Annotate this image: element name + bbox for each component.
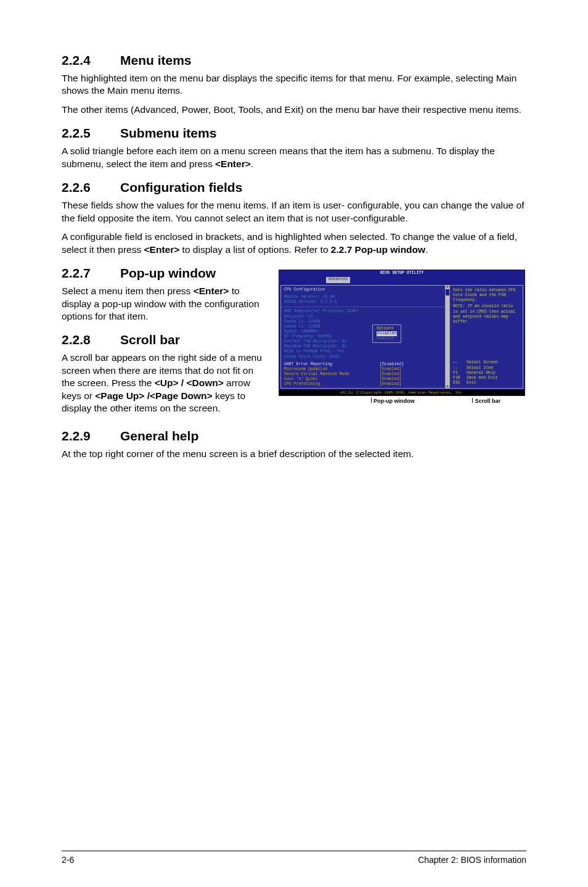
bios-tab-advanced: Advanced (326, 277, 350, 283)
bios-option-key: GART Error Reporting (284, 362, 380, 367)
key-label: <Enter> (194, 286, 229, 296)
page-number: 2-6 (62, 855, 74, 865)
heading-226: 2.2.6 Configuration fields (62, 180, 526, 195)
bios-info: AGESA Version: 3.3.1.0 (284, 300, 442, 305)
bios-footer: v02.61 (C)Copyright 1985-2008, American … (279, 390, 525, 395)
heading-title: Configuration fields (120, 180, 242, 195)
bios-option: Microcode Updation [Enabled] (284, 367, 442, 372)
bios-info: uCode Patch Level: 0x62 (284, 355, 442, 360)
section-ref: 2.2.7 Pop-up window (331, 244, 425, 255)
bios-info: Able to Change Freq.: Yes (284, 349, 442, 354)
bios-option-key: Microcode Updation (284, 367, 380, 372)
heading-title: Menu items (120, 53, 192, 68)
bios-figure: BIOS SETUP UTILITY Advanced CPU Configur… (279, 270, 525, 405)
body-text: At the top right corner of the menu scre… (62, 448, 526, 460)
bios-option-key: Secure Virtual Machine Mode (284, 372, 380, 377)
bios-info: Cache L1: 128KB (284, 320, 442, 324)
bios-popup-selected: Disabled (377, 331, 397, 336)
body-text: A scroll bar appears on the right side o… (62, 352, 267, 415)
bios-help-panel: Sets the ratio between CPU Core Clock an… (449, 285, 523, 389)
key-desc: Save and Exit (467, 376, 498, 380)
f1-key-icon: F1 (453, 371, 467, 376)
heading-title: Submenu items (120, 126, 216, 141)
section-menu-items: 2.2.4 Menu items The highlighted item on… (62, 53, 526, 116)
bios-info: Speed: 1800MHz (284, 329, 442, 334)
esc-key-icon: ESC (453, 381, 467, 386)
bios-info: Current FSB Multiplier: 9x (284, 339, 442, 344)
bios-option-selected: GART Error Reporting [Disabled] (284, 362, 442, 367)
bios-info: Module Version: 13.40 (284, 295, 442, 300)
key-desc: Exit (467, 381, 476, 385)
bios-main-panel: CPU Configuration Module Version: 13.40 … (280, 285, 446, 389)
bios-option-val: [Enabled] (380, 367, 401, 372)
heading-224: 2.2.4 Menu items (62, 53, 526, 68)
heading-num: 2.2.6 (62, 180, 120, 195)
bios-info: HT Frequency: 800MHz (284, 334, 442, 339)
bios-title: BIOS SETUP UTILITY (279, 270, 525, 277)
bios-option-val: [Enabled] (380, 382, 401, 387)
key-desc: Select Screen (467, 360, 498, 365)
key-desc: General Help (467, 371, 496, 375)
bios-option-val: [Enabled] (380, 372, 401, 377)
body-text: Select a menu item then press <Enter> to… (62, 285, 267, 323)
bios-option-key: CPU Prefetching (284, 382, 380, 387)
bios-option-val: [Enabled] (380, 377, 401, 382)
chapter-label: Chapter 2: BIOS information (418, 855, 526, 865)
caption-text: Pop-up window (374, 398, 415, 404)
key-label: <Enter> (215, 159, 251, 169)
heading-num: 2.2.5 (62, 126, 120, 141)
bios-option-val: [Disabled] (380, 362, 404, 367)
caption-scroll: Scroll bar (472, 398, 500, 405)
heading-num: 2.2.7 (62, 266, 120, 281)
heading-title: Scroll bar (120, 332, 180, 347)
section-submenu-items: 2.2.5 Submenu items A solid triangle bef… (62, 126, 526, 170)
footer-rule (62, 851, 526, 851)
key-desc: Select Item (467, 366, 493, 370)
text-run: . (251, 159, 253, 169)
caption-text: Scroll bar (475, 398, 500, 404)
caption-popup: Pop-up window (371, 398, 415, 405)
arrow-ud-icon: ↑↓ (453, 366, 467, 371)
bios-popup: Options Disabled Enabled (372, 324, 401, 343)
section-popup-window: 2.2.7 Pop-up window Select a menu item t… (62, 266, 267, 323)
section-scroll-bar: 2.2.8 Scroll bar A scroll bar appears on… (62, 332, 267, 415)
bios-popup-item: Enabled (377, 336, 397, 341)
bios-tab-bar: Advanced (279, 277, 525, 284)
key-label: <Enter> (144, 244, 180, 255)
f10-key-icon: F10 (453, 376, 467, 381)
key-label: <Page Up> /<Page Down> (95, 390, 212, 401)
body-text: A configurable field is enclosed in brac… (62, 231, 526, 256)
body-text: These fields show the values for the men… (62, 199, 526, 225)
key-label: <Up> / <Down> (155, 377, 224, 388)
heading-227: 2.2.7 Pop-up window (62, 266, 267, 281)
body-text: A solid triangle before each item on a m… (62, 145, 526, 170)
bios-option: CPU Prefetching [Enabled] (284, 382, 442, 387)
bios-panel-header: CPU Configuration (284, 287, 442, 292)
bios-option: Secure Virtual Machine Mode [Enabled] (284, 372, 442, 377)
heading-title: Pop-up window (120, 266, 216, 281)
bios-option: Cool 'n' Quiet [Enabled] (284, 377, 442, 382)
section-config-fields: 2.2.6 Configuration fields These fields … (62, 180, 526, 256)
bios-key-legend: ←→Select Screen ↑↓Select Item F1General … (453, 360, 520, 386)
page-footer: 2-6 Chapter 2: BIOS information (62, 855, 526, 865)
text-run: A solid triangle before each item on a m… (62, 146, 495, 168)
heading-num: 2.2.9 (62, 429, 120, 444)
bios-popup-header: Options (377, 326, 397, 331)
bios-info: Maximum FSB Multiplier: 9x (284, 344, 442, 349)
bios-info: Revision: F2 (284, 315, 442, 320)
bios-info: AMD Sempron(tm) Processor 3200+ (284, 309, 442, 314)
arrow-lr-icon: ←→ (453, 360, 467, 365)
heading-229: 2.2.9 General help (62, 429, 526, 444)
divider (281, 307, 445, 307)
text-run: . (425, 244, 428, 255)
heading-num: 2.2.8 (62, 332, 120, 347)
heading-228: 2.2.8 Scroll bar (62, 332, 267, 347)
heading-title: General help (120, 429, 198, 444)
bios-help-text: Sets the ratio between CPU Core Clock an… (453, 288, 520, 303)
heading-225: 2.2.5 Submenu items (62, 126, 526, 141)
bios-info: Cache L2: 128KB (284, 324, 442, 329)
bios-option-key: Cool 'n' Quiet (284, 377, 380, 382)
text-run: to display a list of options. Refer to (179, 244, 331, 255)
body-text: The other items (Advanced, Power, Boot, … (62, 104, 526, 116)
section-general-help: 2.2.9 General help At the top right corn… (62, 429, 526, 460)
